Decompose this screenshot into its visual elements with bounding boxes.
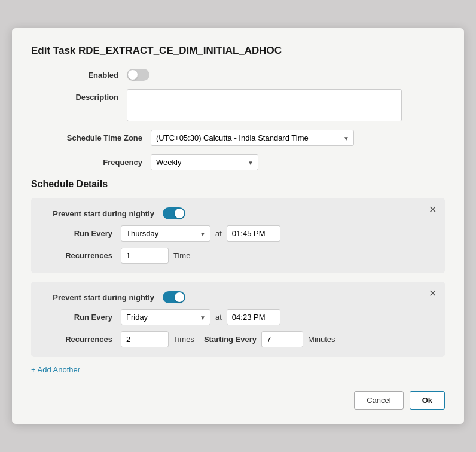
recurrences-label-2: Recurrences <box>43 335 121 344</box>
recurrences-input-2[interactable] <box>121 331 169 347</box>
recurrences-unit-2: Times <box>173 335 194 344</box>
recurrences-input-1[interactable] <box>121 248 169 264</box>
enabled-label: Enabled <box>31 71 127 80</box>
recurrences-unit-1: Time <box>173 251 190 260</box>
time-input-1[interactable] <box>227 225 280 242</box>
at-label-2: at <box>215 313 222 322</box>
prevent-label-2: Prevent start during nightly <box>43 293 163 302</box>
starting-every-input-2[interactable] <box>261 331 303 347</box>
run-every-select-wrapper-1: Sunday Monday Tuesday Wednesday Thursday… <box>121 225 210 242</box>
run-every-label-2: Run Every <box>43 313 121 322</box>
cancel-button[interactable]: Cancel <box>354 391 403 410</box>
timezone-label: Schedule Time Zone <box>31 133 151 142</box>
run-every-label-1: Run Every <box>43 229 121 238</box>
run-every-select-wrapper-2: Sunday Monday Tuesday Wednesday Thursday… <box>121 309 210 325</box>
frequency-select-wrapper: Weekly Daily Monthly <box>151 154 258 170</box>
dialog-title: Edit Task RDE_EXTRACT_CE_DIM_INITIAL_ADH… <box>31 45 445 57</box>
run-every-row-2: Run Every Sunday Monday Tuesday Wednesda… <box>43 309 433 325</box>
description-row: Description <box>31 89 445 121</box>
run-every-select-1[interactable]: Sunday Monday Tuesday Wednesday Thursday… <box>121 225 210 242</box>
schedule-card-2: ✕ Prevent start during nightly Run Every… <box>31 282 445 357</box>
at-label-1: at <box>215 229 222 238</box>
dialog-footer: Cancel Ok <box>31 391 445 410</box>
prevent-toggle-2[interactable] <box>163 291 185 303</box>
close-card-2-button[interactable]: ✕ <box>429 288 437 299</box>
description-input[interactable] <box>127 89 402 121</box>
enabled-row: Enabled <box>31 69 445 81</box>
schedule-card-1: ✕ Prevent start during nightly Run Every… <box>31 198 445 273</box>
run-every-select-2[interactable]: Sunday Monday Tuesday Wednesday Thursday… <box>121 309 210 325</box>
timezone-row: Schedule Time Zone (UTC+05:30) Calcutta … <box>31 130 445 146</box>
run-every-row-1: Run Every Sunday Monday Tuesday Wednesda… <box>43 225 433 242</box>
time-input-2[interactable] <box>227 309 280 325</box>
frequency-select[interactable]: Weekly Daily Monthly <box>151 154 258 170</box>
enabled-toggle[interactable] <box>127 69 149 81</box>
prevent-label-1: Prevent start during nightly <box>43 209 163 218</box>
recurrences-row-1: Recurrences Time <box>43 248 433 264</box>
close-card-1-button[interactable]: ✕ <box>429 204 437 215</box>
section-title: Schedule Details <box>31 179 445 190</box>
frequency-label: Frequency <box>31 158 151 167</box>
ok-button[interactable]: Ok <box>410 391 445 410</box>
prevent-toggle-1[interactable] <box>163 207 185 219</box>
starting-every-group-2: Starting Every Minutes <box>204 331 335 347</box>
add-another-button[interactable]: + Add Another <box>31 365 80 374</box>
starting-every-unit-2: Minutes <box>308 335 335 344</box>
starting-every-label-2: Starting Every <box>204 335 257 344</box>
frequency-row: Frequency Weekly Daily Monthly <box>31 154 445 170</box>
recurrences-label-1: Recurrences <box>43 251 121 260</box>
prevent-row-2: Prevent start during nightly <box>43 291 433 303</box>
recurrences-row-2: Recurrences Times Starting Every Minutes <box>43 331 433 347</box>
prevent-row-1: Prevent start during nightly <box>43 207 433 219</box>
timezone-select[interactable]: (UTC+05:30) Calcutta - India Standard Ti… <box>151 130 354 146</box>
edit-task-dialog: Edit Task RDE_EXTRACT_CE_DIM_INITIAL_ADH… <box>12 28 464 424</box>
timezone-select-wrapper: (UTC+05:30) Calcutta - India Standard Ti… <box>151 130 354 146</box>
description-label: Description <box>31 89 127 102</box>
